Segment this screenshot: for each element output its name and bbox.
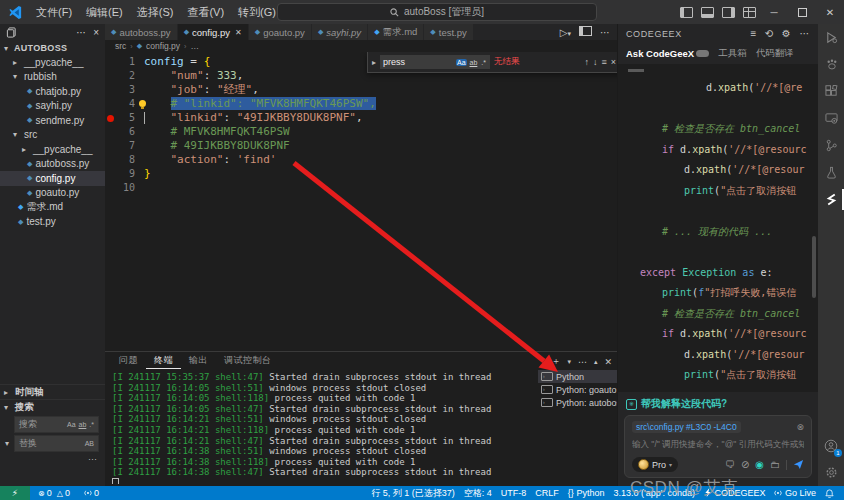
menu-item-0[interactable]: 文件(F): [29, 0, 79, 24]
editor-tab-sayhi.py[interactable]: ◆sayhi.py: [312, 24, 368, 40]
scrollbar-thumb[interactable]: [812, 236, 816, 298]
close-tab-icon[interactable]: ✕: [235, 28, 242, 37]
tree-item[interactable]: ▸__pycache__: [0, 55, 105, 70]
folder-icon[interactable]: 🗀: [770, 459, 780, 470]
breakpoint-margin[interactable]: [105, 83, 115, 97]
terminal-dropdown-icon[interactable]: ▾: [567, 358, 571, 366]
history-icon[interactable]: ⟲: [765, 28, 774, 39]
breakpoint-margin[interactable]: [105, 55, 115, 69]
find-in-selection-icon[interactable]: ≡: [601, 57, 606, 67]
go-live[interactable]: Go Live: [774, 488, 816, 498]
editor-tab-test.py[interactable]: ◆test.py: [424, 24, 473, 40]
terminal-instance[interactable]: ›Python: goauto: [538, 383, 618, 396]
preserve-case-icon[interactable]: AB: [85, 440, 94, 447]
tree-item[interactable]: ◆sendme.py: [0, 113, 105, 128]
find-input[interactable]: press Aa ab .*: [380, 55, 490, 69]
source-control-graph-icon[interactable]: [818, 132, 844, 159]
send-icon[interactable]: [793, 459, 804, 470]
menu-item-2[interactable]: 选择(S): [130, 0, 181, 24]
find-collapse-icon[interactable]: ▸: [372, 58, 376, 67]
match-case-icon[interactable]: Aa: [67, 421, 76, 428]
context-chip[interactable]: src\config.py #L3C0 -L4C0: [632, 421, 741, 433]
terminal-instance[interactable]: ›Python: autoboss: [538, 396, 618, 409]
breakpoint-margin[interactable]: [105, 139, 115, 153]
model-selector[interactable]: Pro ▾: [632, 457, 678, 472]
tree-item[interactable]: ◆config.py: [0, 171, 105, 186]
more-actions-icon[interactable]: ⋯: [600, 27, 610, 38]
ports-indicator[interactable]: 0: [84, 488, 99, 498]
terminal-instance[interactable]: ›Python: [538, 370, 618, 383]
testing-flask-icon[interactable]: [818, 159, 844, 186]
remote-indicator[interactable]: ⚡: [0, 486, 30, 500]
tree-item[interactable]: ◆chatjob.py: [0, 84, 105, 99]
tree-item[interactable]: ▾rubbish: [0, 70, 105, 85]
split-editor-icon[interactable]: [579, 26, 592, 38]
breakpoint-margin[interactable]: [105, 153, 115, 167]
toggle-secondary-sidebar-icon[interactable]: [722, 7, 735, 18]
menu-item-1[interactable]: 编辑(E): [79, 0, 130, 24]
regex-icon[interactable]: .*: [480, 59, 487, 66]
chat-input-box[interactable]: src\config.py #L3C0 -L4C0 ⊗ 输入 "/" 调用快捷命…: [624, 415, 812, 478]
eol-setting[interactable]: CRLF: [535, 488, 559, 498]
panel-tab-输出[interactable]: 输出: [181, 353, 216, 369]
breadcrumb-symbol[interactable]: …: [190, 41, 199, 51]
docker-paw-icon[interactable]: [818, 51, 844, 78]
sidebar-replace-input[interactable]: ▾ 替换 AB: [14, 435, 99, 452]
breakpoint-margin[interactable]: [105, 69, 115, 83]
command-center[interactable]: autoBoss [管理员]: [277, 3, 597, 21]
bell-icon[interactable]: [825, 489, 834, 498]
editor-tab-autoboss.py[interactable]: ◆autoboss.py: [105, 24, 178, 40]
codegeex-tab-工具箱[interactable]: 工具箱: [718, 47, 747, 60]
close-sidebar-icon[interactable]: ×: [93, 27, 99, 38]
match-case-icon[interactable]: Aa: [456, 59, 467, 66]
whole-word-icon[interactable]: ab: [469, 59, 479, 66]
find-next-icon[interactable]: ↓: [593, 57, 598, 67]
panel-tab-终端[interactable]: 终端: [146, 352, 181, 369]
maximize-panel-icon[interactable]: ▴: [594, 358, 598, 366]
breakpoint-margin[interactable]: [105, 97, 115, 111]
toggle-panel-icon[interactable]: [701, 7, 714, 18]
tree-item[interactable]: ◆sayhi.py: [0, 99, 105, 114]
chat-mode-icon[interactable]: 🗨: [725, 459, 735, 470]
tree-item[interactable]: ◆goauto.py: [0, 186, 105, 201]
toggle-sidebar-icon[interactable]: [680, 7, 693, 18]
tree-item[interactable]: ▾src: [0, 128, 105, 143]
panel-tab-调试控制台[interactable]: 调试控制台: [216, 353, 280, 369]
workspace-root[interactable]: ▾ AUTOBOSS: [0, 41, 105, 55]
settings-icon[interactable]: ⚙: [782, 28, 792, 39]
tree-item[interactable]: ◆需求.md: [0, 200, 105, 215]
remote-explorer-icon[interactable]: [818, 105, 844, 132]
breadcrumb-src[interactable]: src: [115, 41, 126, 51]
close-button[interactable]: ✕: [816, 0, 844, 24]
indent-setting[interactable]: 空格: 4: [464, 487, 492, 500]
breakpoint-margin[interactable]: [105, 125, 115, 139]
tree-item[interactable]: ◆autoboss.py: [0, 157, 105, 172]
new-terminal-icon[interactable]: ＋: [551, 355, 560, 368]
restore-button[interactable]: [788, 0, 816, 24]
attach-icon[interactable]: ⊘: [741, 459, 749, 470]
tree-item[interactable]: ◆test.py: [0, 215, 105, 230]
encoding[interactable]: UTF-8: [501, 488, 527, 498]
more-actions-icon[interactable]: ⋯: [76, 27, 86, 38]
breakpoint-margin[interactable]: [105, 181, 115, 195]
menu-item-4[interactable]: 转到(G): [231, 0, 283, 24]
find-previous-icon[interactable]: ↑: [584, 57, 589, 67]
remove-context-icon[interactable]: ⊗: [796, 422, 804, 432]
codegeex-activity-icon[interactable]: [818, 186, 844, 213]
breadcrumb-file[interactable]: config.py: [146, 41, 180, 51]
language-mode[interactable]: {} Python: [568, 488, 605, 498]
regex-icon[interactable]: .*: [89, 421, 94, 428]
panel-tab-问题[interactable]: 问题: [111, 353, 146, 369]
minimize-button[interactable]: ─: [760, 0, 788, 24]
editor-tab-需求.md[interactable]: ◆需求.md: [368, 24, 424, 40]
customize-layout-icon[interactable]: [743, 7, 756, 18]
editor-tab-config.py[interactable]: ◆config.py✕: [178, 24, 249, 40]
problems-indicator[interactable]: ⊗0 △0: [38, 488, 70, 498]
run-debug-icon[interactable]: [818, 24, 844, 51]
web-search-icon[interactable]: ◉: [755, 459, 764, 470]
run-python-icon[interactable]: ▷▾: [560, 27, 571, 38]
extensions-icon[interactable]: [818, 78, 844, 105]
breadcrumb[interactable]: src › ◆ config.py › …: [105, 40, 618, 52]
menu-item-3[interactable]: 查看(V): [180, 0, 231, 24]
breakpoint-margin[interactable]: [105, 167, 115, 181]
